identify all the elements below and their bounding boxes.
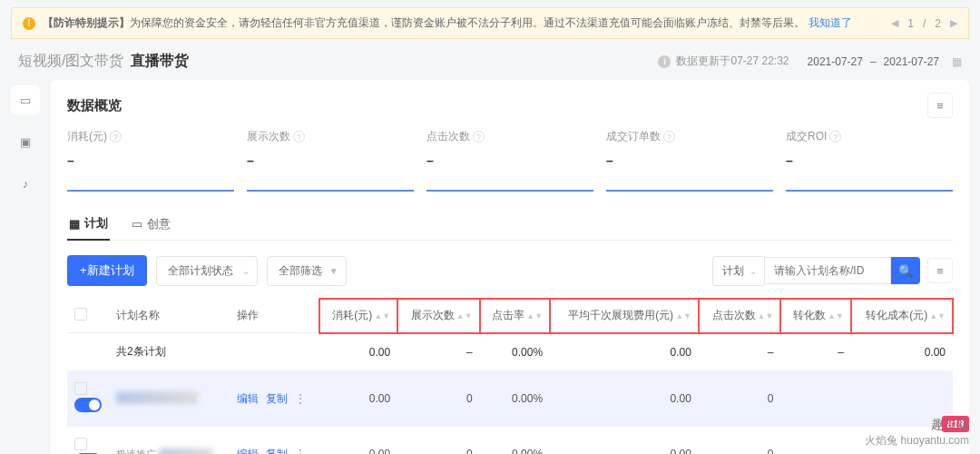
sidebar-calendar-icon[interactable]: ▭	[11, 85, 40, 114]
col-conv[interactable]: 转化数▲▼	[780, 299, 851, 333]
row-checkbox[interactable]	[74, 382, 87, 395]
info-icon: i	[658, 55, 671, 68]
sort-icon[interactable]: ▲▼	[758, 313, 774, 319]
status-select[interactable]: 全部计划状态⌄	[156, 256, 258, 286]
fraud-alert: ! 【防诈特别提示】为保障您的资金安全，请勿轻信任何非官方充值渠道，谨防资金账户…	[11, 7, 969, 39]
copy-link[interactable]: 复制	[266, 392, 288, 405]
filter-icon: ▼	[329, 266, 338, 276]
search-type-select[interactable]: 计划⌄	[712, 256, 764, 286]
table-row[interactable]: 编辑复制⋮ 0.00 0 0.00% 0.00 0	[67, 371, 953, 427]
col-op: 操作	[230, 299, 319, 333]
help-icon[interactable]: ?	[829, 131, 841, 143]
alert-pager: ◀ 1 / 2 ▶	[891, 17, 957, 30]
pager-total: 2	[935, 17, 941, 30]
warn-icon: !	[23, 17, 35, 30]
metric-show-value: –	[247, 153, 414, 168]
plan-name-redacted	[116, 391, 198, 404]
select-all-checkbox[interactable]	[74, 308, 87, 321]
copy-link[interactable]: 复制	[266, 448, 288, 455]
metric-spend-value: –	[67, 153, 234, 168]
search-icon: 🔍	[898, 264, 914, 278]
table-row[interactable]: 极速推广 编辑复制⋮ 0.00 0 0.00% 0.00 0	[67, 427, 953, 455]
help-icon[interactable]: ?	[110, 131, 122, 143]
help-icon[interactable]: ?	[293, 131, 305, 143]
more-icon[interactable]: ⋮	[295, 392, 306, 405]
date-range[interactable]: 2021-07-27 – 2021-07-27 ▦	[808, 55, 962, 68]
table-settings-button[interactable]: ≡	[927, 258, 953, 283]
overview-settings-button[interactable]: ≡	[927, 93, 953, 118]
more-icon[interactable]: ⋮	[295, 448, 306, 455]
page-header: 短视频/图文带货 直播带货 i 数据更新于07-27 22:32 2021-07…	[0, 39, 980, 80]
col-spend[interactable]: 消耗(元)▲▼	[319, 299, 397, 333]
col-cost[interactable]: 转化成本(元)▲▼	[851, 299, 953, 333]
filter-select[interactable]: 全部筛选▼	[267, 256, 347, 286]
col-cpm[interactable]: 平均千次展现费用(元)▲▼	[550, 299, 699, 333]
metric-spend-label: 消耗(元)	[67, 129, 107, 144]
col-show[interactable]: 展示次数▲▼	[397, 299, 479, 333]
sidebar-folder-icon[interactable]: ▣	[11, 127, 40, 156]
calendar-icon: ▦	[952, 55, 962, 68]
edit-link[interactable]: 编辑	[237, 448, 259, 455]
tab-creative[interactable]: ▭创意	[130, 208, 172, 240]
sort-icon[interactable]: ▲▼	[828, 313, 844, 319]
row-toggle[interactable]	[74, 398, 102, 412]
breadcrumb-parent[interactable]: 短视频/图文带货	[18, 52, 123, 71]
plan-sub: 极速推广	[116, 449, 156, 455]
alert-ack-link[interactable]: 我知道了	[808, 16, 852, 29]
metric-order-value: –	[606, 153, 773, 168]
metric-order-label: 成交订单数	[606, 129, 661, 144]
sidebar: ▭ ▣ ♪	[11, 80, 47, 454]
alert-text: 为保障您的资金安全，请勿轻信任何非官方充值渠道，谨防资金账户被不法分子利用。通过…	[130, 16, 805, 29]
sort-icon[interactable]: ▲▼	[929, 313, 946, 319]
chevron-down-icon: ⌄	[750, 266, 757, 276]
col-ctr[interactable]: 点击率▲▼	[480, 299, 551, 333]
search-button[interactable]: 🔍	[891, 257, 920, 284]
update-time: 数据更新于07-27 22:32	[676, 54, 789, 69]
col-name[interactable]: 计划名称	[109, 299, 230, 333]
data-update-info: i 数据更新于07-27 22:32 2021-07-27 – 2021-07-…	[658, 54, 962, 69]
content-panel: 数据概览 ≡ 消耗(元)?– 展示次数?– 点击次数?– 成交订单数?– 成交R…	[51, 80, 969, 454]
metric-show-label: 展示次数	[247, 129, 290, 144]
metric-roi-label: 成交ROI	[786, 129, 827, 144]
sort-icon[interactable]: ▲▼	[526, 313, 543, 319]
pager-next-icon[interactable]: ▶	[950, 17, 957, 29]
help-icon[interactable]: ?	[473, 131, 485, 143]
pager-current: 1	[907, 17, 914, 30]
row-checkbox[interactable]	[74, 438, 87, 450]
col-click[interactable]: 点击次数▲▼	[699, 299, 780, 333]
overview-title: 数据概览	[67, 97, 122, 114]
sort-icon[interactable]: ▲▼	[456, 313, 473, 319]
sidebar-douyin-icon[interactable]: ♪	[11, 169, 40, 198]
plan-table: 计划名称 操作 消耗(元)▲▼ 展示次数▲▼ 点击率▲▼ 平均千次展现费用(元)…	[67, 299, 953, 454]
alert-prefix: 【防诈特别提示】	[43, 16, 130, 29]
creative-icon: ▭	[132, 217, 142, 231]
metrics-row: 消耗(元)?– 展示次数?– 点击次数?– 成交订单数?– 成交ROI?–	[67, 129, 953, 192]
help-icon[interactable]: ?	[663, 131, 675, 143]
toolbar: +新建计划 全部计划状态⌄ 全部筛选▼ 计划⌄ 🔍 ≡	[67, 255, 953, 286]
metric-click-value: –	[426, 153, 593, 168]
breadcrumb-current: 直播带货	[131, 52, 189, 71]
tab-plan[interactable]: ▦计划	[67, 208, 110, 241]
summary-row: 共2条计划 0.00 – 0.00% 0.00 – – 0.00	[67, 333, 953, 371]
sort-icon[interactable]: ▲▼	[374, 313, 390, 319]
tabs: ▦计划 ▭创意	[67, 208, 953, 241]
watermark: 趣街花 火焰兔 huoyantu.com	[865, 416, 969, 449]
pager-prev-icon[interactable]: ◀	[891, 17, 898, 29]
edit-link[interactable]: 编辑	[237, 392, 259, 405]
sort-icon[interactable]: ▲▼	[675, 313, 691, 319]
plan-icon: ▦	[69, 217, 80, 231]
summary-label: 共2条计划	[109, 333, 230, 371]
new-plan-button[interactable]: +新建计划	[67, 255, 147, 286]
metric-click-label: 点击次数	[426, 129, 470, 144]
metric-roi-value: –	[786, 153, 953, 168]
search-input[interactable]	[764, 257, 891, 284]
chevron-down-icon: ⌄	[242, 266, 250, 276]
